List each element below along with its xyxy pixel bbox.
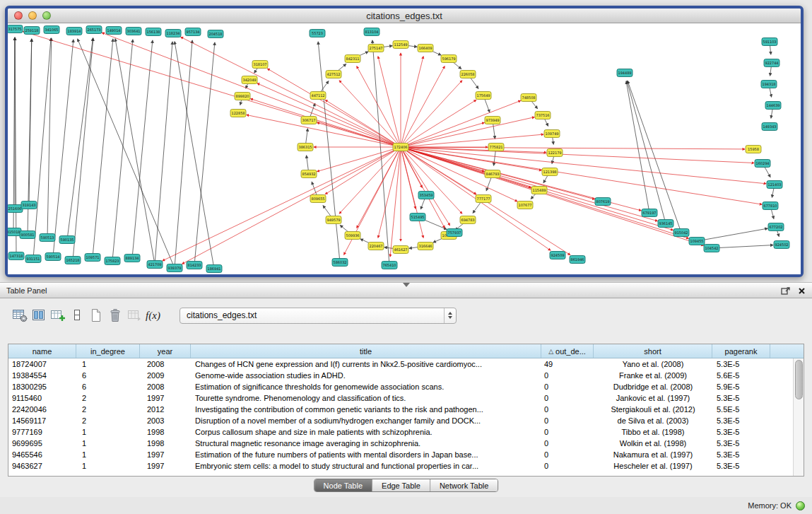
graph-node[interactable]: 121403 [767,181,782,189]
tab-edge-table[interactable]: Edge Table [372,479,430,491]
graph-node[interactable]: 315018 [8,228,21,236]
graph-node[interactable]: 936145 [658,220,673,228]
graph-node[interactable]: 275147 [368,45,384,52]
table-row[interactable]: 969969511998Structural magnetic resonanc… [8,438,793,449]
graph-node[interactable]: 915042 [673,229,689,237]
close-panel-icon[interactable] [798,287,806,295]
graph-node[interactable]: 122858 [230,110,246,117]
graph-node[interactable]: 515495 [410,214,425,221]
graph-node[interactable]: 342049 [242,76,257,84]
graph-node[interactable]: 814233 [187,262,202,269]
graph-node[interactable]: 144639 [765,102,781,110]
graph-node[interactable]: 509936 [345,232,360,240]
column-header-title[interactable]: title [191,344,541,358]
delete-table-button[interactable] [105,306,124,325]
graph-node[interactable]: 107677 [517,201,533,209]
table-selector-dropdown[interactable]: citations_edges.txt [180,308,457,324]
graph-node[interactable]: 318107 [252,61,268,69]
tab-node-table[interactable]: Node Table [314,479,372,491]
graph-node[interactable]: 149343 [762,123,777,131]
graph-node[interactable]: 121398 [542,168,558,176]
graph-node[interactable]: 353459 [418,192,434,199]
graph-node[interactable]: 813104 [364,28,379,36]
table-settings-button[interactable] [10,306,29,325]
network-window[interactable]: citations_edges.txt 17240611254916640959… [5,6,804,277]
graph-node[interactable]: 109571 [85,254,100,262]
graph-node[interactable]: 156138 [146,28,161,36]
column-header-pagerank[interactable]: pagerank [712,344,770,358]
table-row[interactable]: 2242004622012Investigating the contribut… [8,404,793,415]
graph-node[interactable]: 677810 [763,202,778,210]
graph-node[interactable]: 899820 [235,93,250,100]
close-window-button[interactable] [14,11,23,20]
graph-node[interactable]: 957134 [185,28,201,36]
float-panel-icon[interactable] [781,286,791,295]
tab-network-table[interactable]: Network Table [430,479,498,491]
graph-node[interactable]: 586032 [332,259,348,267]
graph-node[interactable]: 319143 [21,201,37,209]
table-row[interactable]: 946554611997Estimation of the future num… [8,449,793,460]
column-header-out_de[interactable]: △out_de... [541,344,594,358]
graph-node[interactable]: 765410 [382,262,397,269]
graph-node[interactable]: 109749 [544,130,560,138]
graph-node[interactable]: 172406 [393,144,408,151]
graph-node[interactable]: 924509 [550,252,565,259]
graph-node[interactable]: 55723 [310,30,325,37]
minimize-window-button[interactable] [28,11,37,20]
graph-node[interactable]: 118234 [165,30,181,37]
graph-node[interactable]: 889134 [124,255,140,262]
graph-node[interactable]: 846793 [485,170,500,178]
graph-node[interactable]: 737516 [535,112,551,119]
table-row[interactable]: 1938455462009Genome-wide association stu… [8,370,793,381]
column-header-year[interactable]: year [140,344,191,358]
graph-node[interactable]: 194318 [761,81,777,88]
graph-node[interactable]: 748508 [521,94,536,102]
graph-node[interactable]: 861946 [570,256,585,264]
column-header-in_degree[interactable]: in_degree [76,344,140,358]
graph-node[interactable]: 194489 [617,69,632,77]
table-row[interactable]: 1872400712008Changes of HCN gene express… [8,358,793,370]
scrollbar-thumb[interactable] [795,360,803,399]
vertical-scrollbar[interactable] [793,358,804,476]
graph-node[interactable]: 590513 [40,234,55,242]
graph-node[interactable]: 341065 [44,26,59,34]
graph-node[interactable]: 160294 [755,160,770,168]
graph-node[interactable]: 694783 [460,216,476,224]
graph-node[interactable]: 421709 [147,261,163,269]
graph-node[interactable]: 183914 [66,28,82,35]
graph-node[interactable]: 226058 [460,71,476,78]
graph-node[interactable]: 931151 [25,255,41,263]
graph-node[interactable]: 149014 [106,27,122,35]
graph-node[interactable]: 386315 [298,144,313,151]
graph-node[interactable]: 775821 [488,144,504,151]
graph-node[interactable]: 317575 [8,25,23,33]
graph-node[interactable]: 115489 [531,187,547,194]
show-rows-button[interactable] [67,306,86,325]
graph-node[interactable]: 175649 [476,92,491,100]
graph-node[interactable]: 15958 [746,146,761,153]
graph-node[interactable]: 973949 [485,117,500,124]
graph-node[interactable]: 306717 [301,117,317,124]
graph-node[interactable]: 590135 [59,236,75,244]
graph-node[interactable]: 447112 [310,92,326,100]
panel-drag-handle-icon[interactable] [403,283,410,287]
graph-node[interactable]: 677202 [768,223,784,231]
graph-node[interactable]: 303641 [126,28,141,35]
graph-node[interactable]: 251606 [8,205,23,213]
graph-node[interactable]: 166409 [418,45,433,52]
graph-node[interactable]: 949579 [326,216,341,224]
network-canvas[interactable]: 1724061125491664095961792260581756499739… [8,23,801,274]
graph-node[interactable]: 854932 [301,170,317,178]
column-header-short[interactable]: short [594,344,712,358]
table-row[interactable]: 977716911998Corpus callosum shape and si… [8,426,793,438]
table-row[interactable]: 911546021997Tourette syndrome. Phenomeno… [8,392,793,404]
window-titlebar[interactable]: citations_edges.txt [8,8,801,23]
graph-node[interactable]: 924502 [774,241,789,249]
graph-node[interactable]: 109455 [689,238,705,245]
graph-node[interactable]: 809655 [310,195,326,203]
graph-node[interactable]: 147318 [8,252,24,260]
graph-node[interactable]: 316646 [418,243,433,250]
import-table-button[interactable] [124,306,143,325]
graph-node[interactable]: 265173 [86,26,102,34]
graph-node[interactable]: 922744 [764,59,779,67]
